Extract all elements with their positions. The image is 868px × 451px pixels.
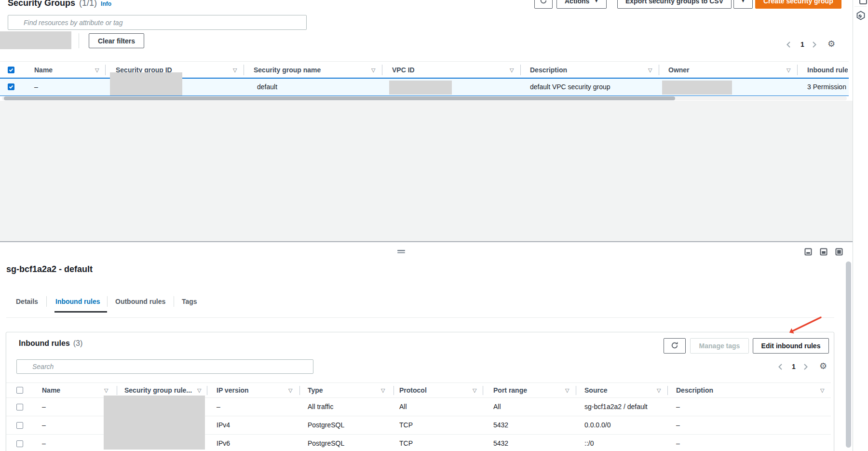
column-header-port-range[interactable]: Port range — [493, 383, 527, 397]
current-page[interactable]: 1 — [792, 363, 796, 370]
clear-filters-button[interactable]: Clear filters — [89, 33, 144, 48]
vertical-scrollbar[interactable] — [846, 261, 851, 448]
info-link[interactable]: Info — [101, 0, 111, 7]
active-tab-underline — [54, 311, 107, 313]
redacted-sg-id — [110, 72, 182, 96]
panel-size-small-icon[interactable] — [804, 248, 812, 257]
edit-inbound-rules-button[interactable]: Edit inbound rules — [753, 338, 829, 354]
card-heading: Inbound rules (3) — [19, 339, 82, 348]
cell-type: PostgreSQL — [308, 435, 344, 451]
cell-protocol: TCP — [399, 435, 413, 451]
tab-divider — [107, 296, 108, 307]
column-header-vpc-id[interactable]: VPC ID — [392, 62, 415, 78]
column-header-name[interactable]: Name — [42, 383, 60, 397]
column-header-name[interactable]: Name — [34, 62, 53, 78]
column-header-inbound-rules[interactable]: Inbound rules c — [807, 62, 848, 78]
cell-port-range: 5432 — [493, 416, 508, 434]
actions-button[interactable]: Actions ▼ — [556, 0, 607, 9]
find-resources-search — [8, 15, 307, 30]
horizontal-scrollbar[interactable] — [4, 96, 675, 100]
column-header-protocol[interactable]: Protocol — [399, 383, 427, 397]
column-divider — [207, 386, 207, 395]
select-all-checkbox[interactable] — [8, 67, 14, 73]
cell-description: default VPC security group — [530, 79, 610, 96]
cell-type: All traffic — [308, 398, 333, 416]
filter-icon[interactable] — [197, 388, 201, 393]
column-divider — [105, 65, 106, 75]
filter-icon[interactable] — [657, 388, 661, 393]
previous-page-icon[interactable] — [778, 363, 783, 371]
filter-icon[interactable] — [104, 388, 108, 393]
chevron-down-icon: ▼ — [594, 0, 598, 3]
cell-port-range: 5432 — [493, 435, 508, 451]
cell-ip-version: IPv4 — [217, 416, 230, 434]
filter-icon[interactable] — [565, 388, 569, 393]
tab-inbound-rules[interactable]: Inbound rules — [55, 295, 100, 308]
export-csv-button[interactable]: Export security groups to CSV — [617, 0, 732, 9]
filter-icon[interactable] — [288, 388, 292, 393]
manage-tags-button[interactable]: Manage tags — [690, 338, 749, 354]
filter-icon[interactable] — [95, 68, 99, 73]
column-divider — [576, 386, 576, 395]
cell-description: – — [676, 398, 680, 416]
strip-divider — [854, 6, 867, 7]
next-page-icon[interactable] — [812, 41, 817, 49]
refresh-button[interactable] — [534, 0, 553, 9]
cell-port-range: All — [493, 398, 501, 416]
column-header-description[interactable]: Description — [676, 383, 713, 397]
column-header-ip-version[interactable]: IP version — [217, 383, 249, 397]
filter-icon[interactable] — [473, 388, 476, 393]
export-split-dropdown-button[interactable]: ▼ — [733, 0, 753, 9]
find-resources-input[interactable] — [8, 15, 307, 30]
current-page[interactable]: 1 — [800, 41, 804, 48]
edit-inbound-rules-label: Edit inbound rules — [761, 342, 821, 350]
clipped-panel-icon[interactable] — [859, 0, 867, 4]
column-divider — [520, 65, 521, 75]
filter-icon[interactable] — [233, 68, 237, 73]
column-divider — [483, 386, 483, 395]
row-checkbox[interactable] — [8, 83, 14, 90]
tab-outbound-rules[interactable]: Outbound rules — [115, 295, 165, 308]
select-all-checkbox[interactable] — [16, 387, 23, 394]
column-header-type[interactable]: Type — [308, 383, 323, 397]
chevron-down-icon: ▼ — [741, 0, 746, 3]
next-page-icon[interactable] — [803, 363, 808, 371]
column-divider — [382, 65, 382, 75]
preferences-gear-icon[interactable] — [819, 362, 827, 370]
filter-icon[interactable] — [510, 68, 514, 73]
panel-size-large-icon[interactable] — [835, 248, 843, 257]
resources-hexagon-icon[interactable] — [855, 10, 866, 22]
annotation-arrow — [778, 307, 831, 338]
cell-name: – — [34, 79, 38, 96]
cell-description: – — [676, 416, 680, 434]
create-security-group-button[interactable]: Create security group — [755, 0, 841, 9]
column-header-owner[interactable]: Owner — [668, 62, 690, 78]
cell-inbound-count: 3 Permission en — [807, 79, 848, 96]
filter-icon[interactable] — [820, 388, 824, 393]
filter-icon[interactable] — [787, 68, 790, 73]
filter-icon[interactable] — [371, 68, 375, 73]
redacted-filter-token — [0, 31, 71, 49]
split-panel-drag-handle[interactable] — [397, 250, 405, 253]
cell-name: – — [42, 398, 46, 416]
tab-tags[interactable]: Tags — [182, 295, 197, 308]
row-checkbox[interactable] — [16, 422, 23, 429]
panel-size-medium-icon[interactable] — [820, 248, 827, 257]
previous-page-icon[interactable] — [786, 41, 791, 49]
tab-divider — [174, 296, 174, 307]
cell-source: ::/0 — [584, 435, 594, 451]
column-divider — [659, 65, 659, 75]
preferences-gear-icon[interactable] — [827, 40, 835, 48]
refresh-button[interactable] — [664, 338, 686, 354]
column-header-sg-name[interactable]: Security group name — [254, 62, 321, 78]
rules-search-input[interactable] — [16, 359, 313, 374]
row-checkbox[interactable] — [16, 440, 23, 447]
filter-icon[interactable] — [381, 388, 385, 393]
row-checkbox[interactable] — [16, 404, 23, 410]
column-header-source[interactable]: Source — [584, 383, 607, 397]
column-divider — [244, 65, 244, 75]
column-header-description[interactable]: Description — [530, 62, 567, 78]
tab-details[interactable]: Details — [16, 295, 38, 308]
redacted-rule-ids — [104, 396, 205, 450]
filter-icon[interactable] — [648, 68, 652, 73]
